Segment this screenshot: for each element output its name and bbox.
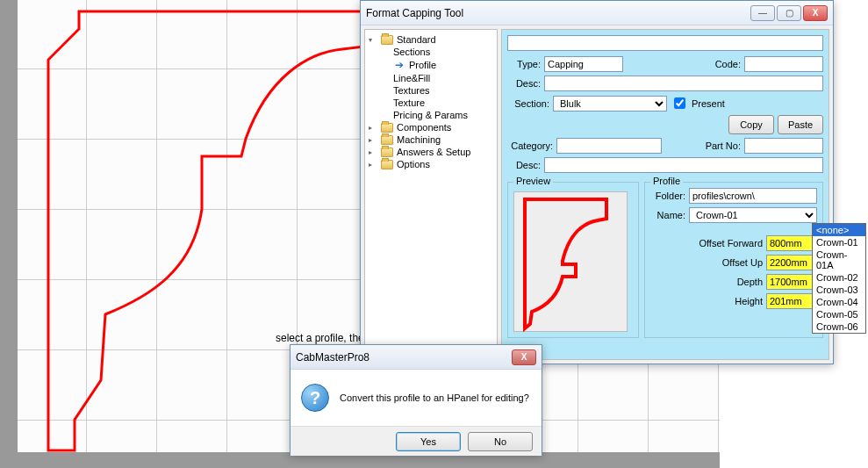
section-label: Section: bbox=[507, 98, 549, 109]
tree-profile[interactable]: ➔ Profile bbox=[367, 58, 495, 72]
folder-icon bbox=[381, 135, 393, 145]
close-button[interactable]: X bbox=[803, 5, 828, 21]
msgbox-close-button[interactable]: X bbox=[512, 349, 536, 365]
folder-field[interactable] bbox=[689, 188, 817, 204]
height-field[interactable] bbox=[766, 293, 817, 309]
fct-titlebar[interactable]: Format Capping Tool — ▢ X bbox=[361, 1, 833, 25]
preview-canvas[interactable] bbox=[513, 191, 628, 332]
tree-components[interactable]: Components bbox=[367, 121, 495, 133]
name-option[interactable]: Crown-04 bbox=[813, 296, 865, 308]
name-option[interactable]: Crown-01A bbox=[813, 248, 865, 271]
name-option[interactable]: <none> bbox=[813, 224, 865, 236]
paste-button[interactable]: Paste bbox=[778, 115, 823, 134]
tree-texture[interactable]: Texture bbox=[367, 97, 495, 109]
name-option[interactable]: Crown-03 bbox=[813, 284, 865, 296]
present-label: Present bbox=[692, 98, 725, 109]
category-label: Category: bbox=[507, 140, 553, 151]
arrow-icon: ➔ bbox=[393, 59, 405, 71]
preview-legend: Preview bbox=[513, 176, 553, 186]
format-capping-tool-window: Format Capping Tool — ▢ X Standard Secti… bbox=[360, 0, 834, 364]
question-icon: ? bbox=[301, 384, 329, 412]
name-label: Name: bbox=[650, 210, 685, 220]
tree-textures[interactable]: Textures bbox=[367, 84, 495, 97]
tree-linefill[interactable]: Line&Fill bbox=[367, 72, 495, 84]
section-select[interactable]: Blulk bbox=[553, 96, 667, 112]
tree-options[interactable]: Options bbox=[367, 158, 495, 170]
type-label: Type: bbox=[507, 59, 541, 69]
folder-icon bbox=[381, 35, 393, 45]
msgbox-title: CabMasterPro8 bbox=[296, 351, 512, 364]
tree-sections[interactable]: Sections bbox=[367, 46, 495, 58]
offsetfwd-field[interactable] bbox=[766, 235, 817, 251]
search-input[interactable] bbox=[507, 35, 823, 51]
tree-standard[interactable]: Standard bbox=[367, 33, 495, 46]
tree-answers[interactable]: Answers & Setup bbox=[367, 146, 495, 158]
preview-group: Preview bbox=[507, 182, 639, 338]
depth-field[interactable] bbox=[766, 274, 817, 290]
folder-label: Folder: bbox=[650, 191, 685, 201]
msgbox-titlebar[interactable]: CabMasterPro8 X bbox=[291, 345, 542, 370]
preview-profile-icon bbox=[514, 192, 628, 333]
fct-title: Format Capping Tool bbox=[366, 7, 750, 19]
name-dropdown-list[interactable]: <none> Crown-01 Crown-01A Crown-02 Crown… bbox=[812, 223, 866, 334]
tree-machining[interactable]: Machining bbox=[367, 133, 495, 146]
folder-icon bbox=[381, 148, 393, 157]
category-tree[interactable]: Standard Sections ➔ Profile Line&Fill Te… bbox=[364, 29, 498, 360]
partno-label: Part No: bbox=[706, 140, 741, 151]
offsetup-field[interactable] bbox=[766, 255, 817, 270]
profile-group: Profile Folder: Name: Crown-01 Offset Fo… bbox=[644, 182, 823, 338]
desc-field[interactable] bbox=[544, 76, 823, 91]
name-select[interactable]: Crown-01 bbox=[689, 207, 817, 223]
code-field[interactable] bbox=[744, 56, 823, 72]
name-option[interactable]: Crown-02 bbox=[813, 271, 865, 284]
folder-icon bbox=[381, 123, 393, 133]
desc2-field[interactable] bbox=[544, 157, 823, 173]
profile-legend: Profile bbox=[650, 176, 683, 186]
confirm-dialog: CabMasterPro8 X ? Convert this profile t… bbox=[290, 344, 542, 455]
desc-label: Desc: bbox=[507, 78, 541, 89]
tree-pricing[interactable]: Pricing & Params bbox=[367, 109, 495, 121]
maximize-button[interactable]: ▢ bbox=[777, 5, 801, 21]
minimize-button[interactable]: — bbox=[750, 5, 775, 21]
offsetfwd-label: Offset Forward bbox=[650, 238, 763, 248]
name-option[interactable]: Crown-05 bbox=[813, 308, 865, 320]
name-option[interactable]: Crown-06 bbox=[813, 320, 865, 333]
code-label: Code: bbox=[715, 59, 741, 69]
type-field[interactable] bbox=[544, 56, 623, 72]
yes-button[interactable]: Yes bbox=[396, 432, 461, 451]
copy-button[interactable]: Copy bbox=[728, 115, 774, 134]
partno-field[interactable] bbox=[744, 138, 823, 154]
depth-label: Depth bbox=[650, 277, 763, 287]
folder-icon bbox=[381, 160, 393, 169]
height-label: Height bbox=[650, 296, 763, 306]
present-checkbox[interactable] bbox=[674, 97, 685, 109]
desc2-label: Desc: bbox=[507, 160, 541, 170]
properties-panel: Type: Code: Desc: Section: Blulk Present… bbox=[501, 29, 829, 360]
msgbox-text: Convert this profile to an HPanel for ed… bbox=[340, 392, 529, 403]
offsetup-label: Offset Up bbox=[650, 257, 763, 268]
name-option[interactable]: Crown-01 bbox=[813, 236, 865, 248]
no-button[interactable]: No bbox=[468, 432, 533, 451]
category-field[interactable] bbox=[556, 138, 662, 154]
